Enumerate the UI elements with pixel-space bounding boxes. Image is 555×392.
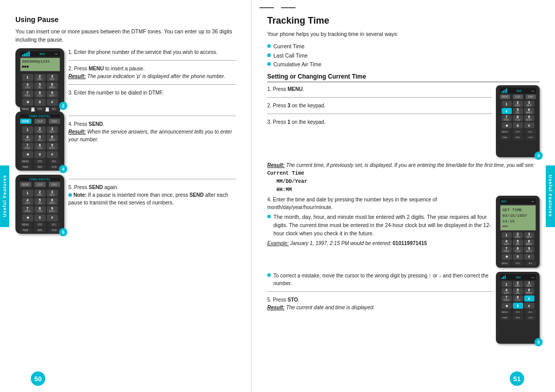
top-bar-r5: SVC ▪▪▪ xyxy=(500,274,536,280)
step-4-block: CDMA DIGITAL SEND CLR END 1 2ABC 3DEF 4G… xyxy=(15,111,236,171)
kshash: # xyxy=(524,254,534,260)
phone-tracking-5: SVC ▪▪▪ 1 2ABC 3DEF 4GHI 5JKL 6MNO 7PRS … xyxy=(496,272,540,344)
fcn-key-4: FCN xyxy=(49,165,60,170)
k9: 9WXY xyxy=(47,143,58,150)
kr4: 4 xyxy=(502,108,512,114)
step-4-example: Example: January 1, 1997, 2:15 PM would … xyxy=(267,239,492,247)
step-r5-circle: 5 xyxy=(534,338,543,346)
sidebar-right: Useful Features xyxy=(546,165,555,227)
kr50: 5 xyxy=(513,303,523,309)
kr52: 2ABC xyxy=(513,281,523,287)
ks1: 1 xyxy=(502,232,512,238)
step-3-block: 3. Enter the number to be dialed in DTMF… xyxy=(68,89,236,97)
phone-r1-wrapper: SVC ▪▪▪ SEND CLR END 1 2ABC 3DEF 4 5JKL xyxy=(496,85,540,157)
spk-key-5: SPK xyxy=(34,228,46,233)
menu-row-5: MENU STO RCL xyxy=(20,222,60,227)
kr55: 5JKL xyxy=(513,288,523,294)
ks2: 2ABC xyxy=(513,232,523,238)
step-2-block: 2. Press MENU to insert a pause. Result:… xyxy=(68,65,236,80)
bar2 xyxy=(24,53,26,57)
dot-correct xyxy=(267,273,271,277)
set-time-screen: SET TIME 03/15/1997 14:15 ■■■ xyxy=(500,205,536,231)
sidebar-right-label: Useful Features xyxy=(548,175,553,217)
ks5: 5JKL xyxy=(513,239,523,246)
screen-sub-1: ■■■ xyxy=(22,64,58,70)
bar3 xyxy=(26,52,28,57)
phone-device-1: SVC ▪▪▪ 3003000p1234 ■■■ 1 2ABC 3DEF 4GH… xyxy=(15,48,64,107)
krstar: ★ xyxy=(502,122,512,128)
label-4-1: The month, day, hour, and minute must be… xyxy=(273,213,492,237)
step-3-result-tracking: Result: The current time, if previously … xyxy=(267,161,540,194)
key-4: 4GHI xyxy=(22,82,33,89)
rcl-key-5: RCL xyxy=(49,222,60,227)
kr9: 9WXY xyxy=(524,115,534,121)
screen-text-1: 3003000p1234 xyxy=(22,59,58,65)
step-5-tracking: To correct a mistake, move the cursor to… xyxy=(267,272,540,344)
set-time-line1: SET TIME xyxy=(503,207,533,213)
sto-key-4: STO xyxy=(34,159,46,164)
rcl-r1: RCL xyxy=(526,129,536,134)
end-r1: END xyxy=(526,95,536,99)
using-pause-intro: You can insert one or more pauses betwee… xyxy=(15,28,236,44)
ks9: 9WXY xyxy=(524,247,534,253)
rcl-set: RCL xyxy=(526,261,536,266)
k2-5: 2ABC xyxy=(34,190,46,197)
step-5-text-block: 5. Press SEND again. Note: If a pause is… xyxy=(68,175,236,234)
step-5-tracking-text: To correct a mistake, move the cursor to… xyxy=(267,272,492,344)
battery-icon: ▪▪▪ xyxy=(55,52,58,55)
phone-r5-wrapper: SVC ▪▪▪ 1 2ABC 3DEF 4GHI 5JKL 6MNO 7PRS … xyxy=(496,272,540,344)
top-bar-settime: SVC ▪▪▪ xyxy=(500,198,536,204)
kr59: 9 xyxy=(524,295,534,302)
kr5star: ★ xyxy=(502,303,512,309)
clr-key-5: CLR xyxy=(34,182,46,187)
menu-r1: MENU xyxy=(500,129,510,134)
pwr-key-5: PWR xyxy=(20,228,31,233)
bar1 xyxy=(22,54,24,57)
kr1: 1 xyxy=(502,101,512,107)
keypad-4: 1 2ABC 3DEF 4GHI 5JKL 6MNO 7PRS 8TUV 9WX… xyxy=(22,126,58,158)
step-1-block: 1. Enter the phone number of the service… xyxy=(68,48,236,56)
tracking-step-1-text: 1. Press MENU. xyxy=(267,85,492,93)
divider-r1 xyxy=(267,97,492,98)
divider-r2 xyxy=(267,114,492,114)
rcl-key-4: RCL xyxy=(49,159,60,164)
k4: 4GHI xyxy=(22,135,33,142)
phone-device-5: CDMA DIGITAL SEND CLR END 1 2ABC 3DEF 4G… xyxy=(15,175,64,234)
k6-5: 6MNO xyxy=(47,198,58,205)
step-4-main: 4. Enter the time and date by pressing t… xyxy=(267,196,492,211)
k9-5: 9WXY xyxy=(47,206,58,213)
send-row-4: SEND CLR END xyxy=(20,119,60,124)
menu-row-r5: MENU STO RCL xyxy=(500,310,536,314)
menu-key-5: MENU xyxy=(20,222,31,227)
phone-tracking-1: SVC ▪▪▪ SEND CLR END 1 2ABC 3DEF 4 5JKL xyxy=(496,85,540,157)
pwr-row-r5: PWR SPK FCN xyxy=(500,315,536,320)
phone-screen-1: 3003000p1234 ■■■ xyxy=(20,58,60,71)
k1: 1 xyxy=(22,126,33,134)
clr-r1: CLR xyxy=(513,95,523,99)
kr0: 0 xyxy=(513,122,523,128)
sig-r1 xyxy=(502,88,507,93)
step-r3-circle: 3 xyxy=(534,152,543,160)
bullet-dot-3 xyxy=(267,62,271,66)
step-4-result: Result: When the service answers, the an… xyxy=(68,128,236,143)
send-key-4: SEND xyxy=(20,119,31,124)
khash-5: # xyxy=(47,214,58,221)
dot-4-1 xyxy=(267,215,271,218)
k8: 8TUV xyxy=(34,143,46,150)
pwr-row-5: PWR SPK FCN xyxy=(20,228,60,233)
send-r1: SEND xyxy=(500,95,510,99)
step-3-text: 3. Enter the number to be dialed in DTMF… xyxy=(68,89,236,97)
send-row-5: SEND CLR END xyxy=(20,182,60,187)
keypad-set: 1 2ABC 3DEF 4GHI 5JKL 6MNO 7PRS 8TUV 9WX… xyxy=(502,232,534,260)
step-5-circle: 5 xyxy=(59,228,67,236)
steps-1-3-text: 1. Enter the phone number of the service… xyxy=(68,48,236,107)
using-pause-title: Using Pause xyxy=(15,15,236,24)
tracking-text-1-2: 1. Press MENU. 2. Press 3 on the keypad.… xyxy=(267,85,492,157)
tracking-step-2-text: 2. Press 3 on the keypad. xyxy=(267,102,492,109)
tracking-intro: Your phone helps you by tracking time in… xyxy=(267,30,540,39)
k6: 6MNO xyxy=(47,135,58,142)
spk-r5: SPK xyxy=(513,315,523,320)
k8-5: 8TUV xyxy=(34,206,46,213)
k7: 7PRS xyxy=(22,143,33,150)
divider-1 xyxy=(68,60,236,61)
